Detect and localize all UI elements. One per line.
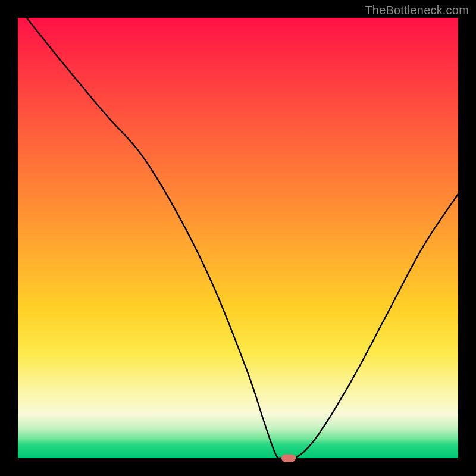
- bottleneck-curve: [18, 18, 458, 458]
- attribution-text: TheBottleneck.com: [365, 4, 469, 17]
- chart-frame: TheBottleneck.com: [0, 0, 476, 476]
- plot-area: [18, 18, 458, 458]
- current-value-marker: [281, 455, 296, 462]
